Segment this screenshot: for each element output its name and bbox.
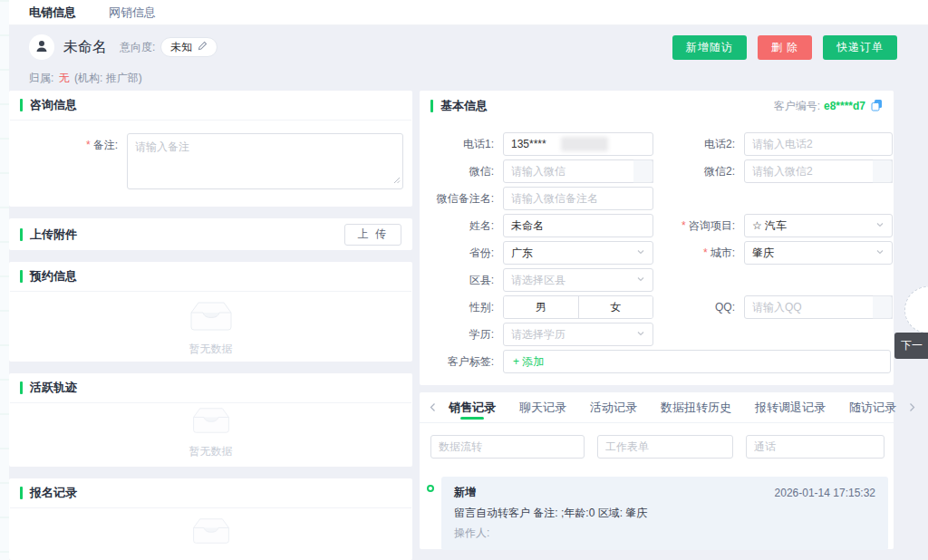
consult-info-title: 咨询信息 — [9, 91, 412, 120]
copy-icon[interactable] — [871, 99, 883, 114]
records-card: 销售记录 聊天记录 活动记录 数据扭转历史 报转调退记录 随访记录 — [420, 392, 894, 549]
province-select[interactable]: 广东 — [503, 241, 653, 265]
remark-textarea[interactable] — [127, 133, 403, 189]
green-title-bar — [20, 487, 23, 499]
timeline-item: 新增 2026-01-14 17:15:32 留言自动转客户 备注: ;年龄:0… — [441, 477, 890, 550]
timeline-timestamp: 2026-01-14 17:15:32 — [775, 487, 875, 499]
tab-data-transfer-history[interactable]: 数据扭转历史 — [649, 392, 743, 423]
gender-male-option[interactable]: 男 — [504, 296, 578, 318]
chevron-down-icon — [875, 219, 884, 232]
name-label: 姓名: — [420, 218, 503, 234]
wechat2-input[interactable] — [744, 159, 893, 183]
appointment-info-card: 预约信息 暂无数据 — [9, 262, 412, 362]
wechat-label: 微信: — [420, 164, 503, 179]
qq-input[interactable] — [744, 295, 893, 319]
appointment-title: 预约信息 — [9, 262, 412, 291]
add-tag-link[interactable]: + 添加 — [513, 354, 544, 370]
customer-no-value: e8****d7 — [824, 100, 865, 112]
belong-org: (机构: 推广部) — [74, 72, 142, 84]
tab-chat-records[interactable]: 聊天记录 — [508, 392, 578, 423]
customer-tags-box: + 添加 — [503, 350, 891, 373]
wechat2-label: 微信2: — [653, 164, 744, 179]
person-icon — [34, 39, 49, 56]
province-label: 省份: — [420, 246, 503, 261]
project-select[interactable]: ☆ 汽车 — [744, 214, 893, 237]
top-tab-bar: 电销信息 网销信息 — [9, 0, 928, 25]
tab-sales-records[interactable]: 销售记录 — [437, 392, 508, 423]
chevron-down-icon — [636, 274, 645, 286]
call-filter-input[interactable] — [746, 435, 884, 459]
tab-activity-records[interactable]: 活动记录 — [578, 392, 649, 423]
tab-report-refund-records[interactable]: 报转调退记录 — [743, 392, 837, 423]
intent-pill[interactable]: 未知 — [160, 37, 218, 57]
empty-text: 暂无数据 — [189, 444, 233, 459]
phone2-label: 电话2: — [653, 137, 744, 152]
wechat-addon-button[interactable] — [633, 159, 653, 183]
customer-header: 未命名 意向度: 未知 新增随访 删 除 快递订单 归属: 无 (机构: 推广部… — [9, 25, 928, 89]
activity-title: 活跃轨迹 — [9, 373, 412, 402]
city-select[interactable]: 肇庆 — [744, 241, 893, 265]
upload-attachment-card: 上传附件 上 传 — [9, 218, 412, 250]
education-label: 学历: — [420, 327, 503, 343]
data-flow-filter-input[interactable] — [430, 435, 585, 459]
customer-name: 未命名 — [63, 38, 107, 57]
green-title-bar — [430, 100, 433, 112]
registration-title: 报名记录 — [9, 478, 412, 507]
intent-value: 未知 — [170, 40, 192, 55]
delete-button[interactable]: 删 除 — [758, 35, 812, 60]
consult-info-card: 咨询信息 *备注: — [9, 91, 412, 207]
green-title-bar — [20, 381, 23, 394]
gender-segmented-control: 男 女 — [503, 295, 653, 319]
next-customer-button[interactable]: 下一 — [894, 333, 928, 359]
city-label: *城市: — [653, 246, 744, 261]
upload-title: 上传附件 — [20, 227, 77, 243]
wechat2-addon-button[interactable] — [873, 159, 893, 183]
right-column: 基本信息 客户编号: e8****d7 电话1: 电话2: — [420, 91, 894, 560]
customer-no-label: 客户编号: — [774, 99, 820, 114]
phone1-redaction — [561, 137, 608, 151]
timeline-title: 新增 — [454, 485, 476, 500]
left-column: 咨询信息 *备注: 上传附件 — [9, 91, 412, 560]
avatar — [29, 34, 54, 60]
empty-inbox-icon — [192, 517, 230, 547]
name-input[interactable] — [503, 214, 653, 237]
upload-button[interactable]: 上 传 — [344, 224, 401, 246]
express-order-button[interactable]: 快递订单 — [823, 35, 897, 60]
customer-detail-page: 电销信息 网销信息 未命名 意向度: 未知 新增随访 删 除 快递订单 归 — [0, 0, 928, 560]
tab-telemarketing-info[interactable]: 电销信息 — [29, 5, 76, 21]
work-form-filter-input[interactable] — [597, 435, 733, 459]
phone1-label: 电话1: — [420, 137, 503, 152]
add-followup-button[interactable]: 新增随访 — [672, 35, 747, 60]
registration-record-card: 报名记录 — [9, 478, 412, 560]
tabs-next-icon[interactable] — [908, 392, 916, 423]
tab-online-sales-info[interactable]: 网销信息 — [109, 5, 156, 21]
timeline-description: 留言自动转客户 备注: ;年龄:0 区域: 肇庆 — [454, 506, 875, 521]
qq-addon-button[interactable] — [873, 295, 893, 319]
textarea-resize-handle[interactable] — [393, 174, 401, 187]
green-title-bar — [20, 228, 23, 241]
chevron-down-icon — [636, 246, 645, 259]
timeline-dot-icon — [427, 485, 434, 492]
activity-track-card: 活跃轨迹 暂无数据 — [9, 373, 412, 467]
wechat-note-input[interactable] — [503, 187, 653, 210]
wechat-input[interactable] — [503, 159, 653, 183]
records-tab-bar: 销售记录 聊天记录 活动记录 数据扭转历史 报转调退记录 随访记录 — [420, 392, 894, 423]
gender-female-option[interactable]: 女 — [578, 296, 653, 318]
education-select[interactable]: 请选择学历 — [503, 323, 653, 346]
belong-value: 无 — [59, 72, 70, 84]
chevron-down-icon — [636, 328, 645, 341]
intent-label: 意向度: — [120, 40, 155, 55]
phone2-input[interactable] — [744, 132, 893, 156]
tags-label: 客户标签: — [420, 354, 503, 370]
belong-label: 归属: — [29, 72, 53, 84]
gender-label: 性别: — [420, 300, 503, 315]
tab-followup-records[interactable]: 随访记录 — [837, 392, 908, 423]
district-label: 区县: — [420, 273, 503, 288]
basic-info-card: 基本信息 客户编号: e8****d7 电话1: 电话2: — [420, 91, 894, 385]
district-select[interactable]: 请选择区县 — [503, 268, 653, 292]
edit-pencil-icon[interactable] — [198, 41, 208, 53]
green-title-bar — [20, 270, 23, 283]
belong-line: 归属: 无 (机构: 推广部) — [29, 71, 897, 86]
tabs-prev-icon[interactable] — [429, 392, 437, 423]
empty-text: 暂无数据 — [189, 342, 233, 357]
